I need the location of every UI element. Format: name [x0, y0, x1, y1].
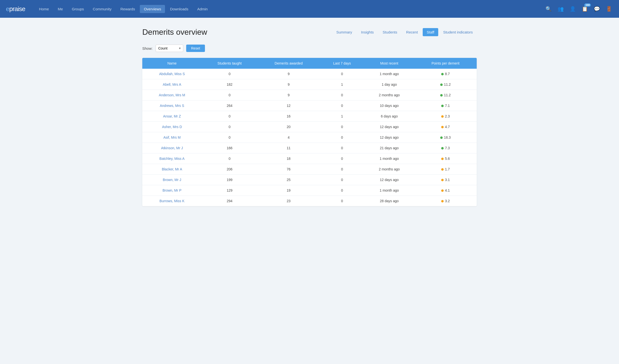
- main-nav: epraise HomeMeGroupsCommunityRewardsOver…: [0, 0, 619, 18]
- table-cell[interactable]: Anderson, Mrs M: [142, 90, 202, 100]
- nav-link-groups[interactable]: Groups: [68, 5, 88, 13]
- table-cell: 0: [202, 132, 257, 143]
- nav-link-admin[interactable]: Admin: [193, 5, 212, 13]
- tab-summary[interactable]: Summary: [332, 28, 356, 36]
- table-cell: 9: [257, 79, 320, 90]
- logo[interactable]: epraise: [6, 5, 25, 13]
- table-cell: 0: [202, 111, 257, 122]
- reset-button[interactable]: Reset: [186, 45, 205, 52]
- table-cell: 182: [202, 79, 257, 90]
- table-row: Blacker, Mr A2067602 months ago1.7: [142, 164, 477, 175]
- nav-link-community[interactable]: Community: [89, 5, 115, 13]
- col-header-most-recent: Most recent: [364, 58, 414, 69]
- table-cell: 4.7: [414, 122, 477, 132]
- account-icon-btn[interactable]: 👤: [569, 5, 577, 13]
- tab-nav: SummaryInsightsStudentsRecentStaffStuden…: [332, 28, 477, 36]
- tab-recent[interactable]: Recent: [402, 28, 422, 36]
- staff-table: NameStudents taughtDemerits awardedLast …: [142, 58, 477, 206]
- table-cell[interactable]: Blacker, Mr A: [142, 164, 202, 175]
- table-cell[interactable]: Atkinson, Mr J: [142, 143, 202, 153]
- table-cell: 9: [257, 90, 320, 100]
- table-cell: 199: [202, 175, 257, 185]
- table-cell: 206: [202, 164, 257, 175]
- status-dot-icon: [440, 94, 443, 97]
- table-cell: 0: [320, 69, 364, 79]
- table-row: Ansar, Mr Z01616 days ago2.3: [142, 111, 477, 122]
- table-cell: 1 month ago: [364, 185, 414, 196]
- col-header-demerits-awarded: Demerits awarded: [257, 58, 320, 69]
- table-cell[interactable]: Brown, Mr J: [142, 175, 202, 185]
- table-cell: 0: [320, 122, 364, 132]
- status-dot-icon: [441, 200, 444, 202]
- users-icon-btn[interactable]: 👥: [557, 5, 565, 13]
- main-content: Demerits overview SummaryInsightsStudent…: [134, 18, 485, 216]
- notifications-icon-btn[interactable]: 📋 168: [581, 5, 589, 13]
- tab-student-indicators[interactable]: Student indicators: [439, 28, 477, 36]
- table-row: Burrows, Miss K29423028 days ago3.2: [142, 196, 477, 206]
- table-cell: 2 months ago: [364, 90, 414, 100]
- table-cell: 18: [257, 153, 320, 164]
- table-cell: 10 days ago: [364, 100, 414, 111]
- table-cell: 1 day ago: [364, 79, 414, 90]
- table-row: Abdullah, Miss S0901 month ago8.7: [142, 69, 477, 79]
- table-cell[interactable]: Asif, Mrs M: [142, 132, 202, 143]
- nav-icons: 🔍 👥 👤 📋 168 💬 🚪: [545, 5, 613, 13]
- tab-students[interactable]: Students: [379, 28, 401, 36]
- table-cell: 12 days ago: [364, 122, 414, 132]
- table-cell: 23: [257, 196, 320, 206]
- col-header-students-taught: Students taught: [202, 58, 257, 69]
- table-cell: 1.7: [414, 164, 477, 175]
- nav-link-overviews[interactable]: Overviews: [140, 5, 165, 13]
- table-row: Anderson, Mrs M0902 months ago11.2: [142, 90, 477, 100]
- table-row: Batchley, Miss A01801 month ago5.6: [142, 153, 477, 164]
- search-icon-btn[interactable]: 🔍: [545, 5, 553, 13]
- table-cell[interactable]: Asher, Mrs D: [142, 122, 202, 132]
- col-header-name: Name: [142, 58, 202, 69]
- status-dot-icon: [441, 158, 444, 160]
- table-cell: 2 months ago: [364, 164, 414, 175]
- table-cell: 0: [202, 69, 257, 79]
- messages-icon-btn[interactable]: 💬: [593, 5, 601, 13]
- table-cell: 1: [320, 111, 364, 122]
- table-cell: 12 days ago: [364, 175, 414, 185]
- table-cell: 21 days ago: [364, 143, 414, 153]
- table-cell[interactable]: Ansar, Mr Z: [142, 111, 202, 122]
- table-cell: 0: [202, 153, 257, 164]
- table-head: NameStudents taughtDemerits awardedLast …: [142, 58, 477, 69]
- table-cell[interactable]: Abell, Mrs A: [142, 79, 202, 90]
- nav-link-me[interactable]: Me: [54, 5, 67, 13]
- table-cell[interactable]: Brown, Mr P: [142, 185, 202, 196]
- nav-link-home[interactable]: Home: [35, 5, 53, 13]
- status-dot-icon: [441, 168, 444, 171]
- page-title: Demerits overview: [142, 28, 207, 37]
- table-cell[interactable]: Abdullah, Miss S: [142, 69, 202, 79]
- table-cell: 7.3: [414, 143, 477, 153]
- table-row: Abell, Mrs A182911 day ago11.2: [142, 79, 477, 90]
- show-select[interactable]: Count Percentage: [156, 45, 183, 52]
- tab-staff[interactable]: Staff: [423, 28, 438, 36]
- table-cell[interactable]: Andrews, Mrs S: [142, 100, 202, 111]
- table-cell: 5.6: [414, 153, 477, 164]
- table-cell: 6 days ago: [364, 111, 414, 122]
- table-cell: 1 month ago: [364, 69, 414, 79]
- table-cell: 12 days ago: [364, 132, 414, 143]
- status-dot-icon: [440, 83, 443, 86]
- nav-link-downloads[interactable]: Downloads: [166, 5, 192, 13]
- status-dot-icon: [441, 147, 444, 149]
- table-cell: 0: [320, 90, 364, 100]
- table-cell: 11: [257, 143, 320, 153]
- table-cell: 166: [202, 143, 257, 153]
- col-header-last-7-days: Last 7 days: [320, 58, 364, 69]
- table-cell: 1: [320, 79, 364, 90]
- status-dot-icon: [441, 179, 444, 181]
- table-cell: 20: [257, 122, 320, 132]
- table-cell: 16: [257, 111, 320, 122]
- tab-insights[interactable]: Insights: [357, 28, 378, 36]
- table-cell: 7.1: [414, 100, 477, 111]
- table-cell[interactable]: Batchley, Miss A: [142, 153, 202, 164]
- table-cell: 0: [320, 132, 364, 143]
- table-row: Asif, Mrs M04012 days ago16.3: [142, 132, 477, 143]
- nav-link-rewards[interactable]: Rewards: [116, 5, 139, 13]
- table-cell[interactable]: Burrows, Miss K: [142, 196, 202, 206]
- signout-icon-btn[interactable]: 🚪: [605, 5, 613, 13]
